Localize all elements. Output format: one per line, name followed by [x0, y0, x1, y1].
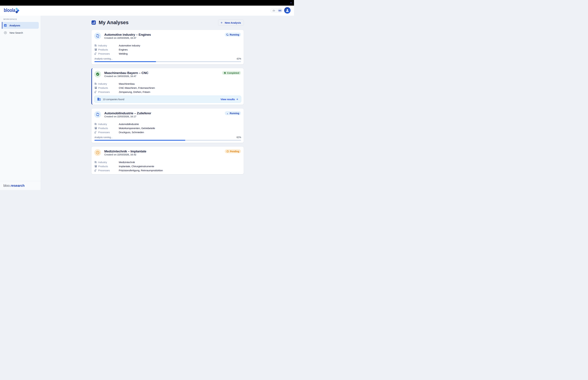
svg-text:bloola: bloola [4, 7, 16, 13]
